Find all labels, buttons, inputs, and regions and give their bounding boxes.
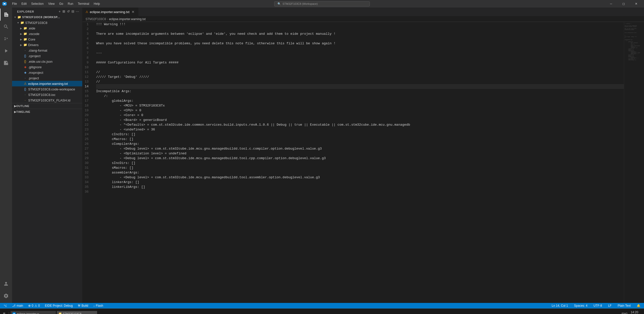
- sidebar-content: ▼ 📁 STM32F103C8 (WORKSP... ▼ 📁 STM32F103…: [12, 14, 82, 303]
- menu-file[interactable]: File: [10, 2, 19, 6]
- menu-edit[interactable]: Edit: [19, 2, 29, 6]
- workspace-file-label: STM32F103C8.code-workspace: [28, 87, 82, 91]
- close-button[interactable]: ✕: [630, 0, 642, 8]
- code-line: - <Core> = 0: [96, 113, 624, 118]
- file-clang-format[interactable]: ▶ · .clang-format: [12, 48, 82, 53]
- menu-help[interactable]: Help: [92, 2, 102, 6]
- line-number: 11: [83, 70, 91, 75]
- file-cproject[interactable]: ▶ {} .cproject: [12, 53, 82, 59]
- cursor-label: Ln 14, Col 1: [552, 304, 568, 307]
- collapse-icon[interactable]: ⊟: [71, 10, 74, 13]
- titlebar-menu: File Edit Selection View Go Run Terminal…: [10, 2, 102, 6]
- eide-project-indicator[interactable]: EIDE Project: Debug: [43, 303, 74, 308]
- active-tab[interactable]: ⚠ eclipse.importer.warning.txt ✕: [83, 8, 138, 16]
- file-project[interactable]: ▶ · .project: [12, 75, 82, 81]
- encoding-indicator[interactable]: UTF-8: [592, 303, 603, 308]
- remote-indicator[interactable]: ⌥: [2, 303, 9, 308]
- code-line: cMacros: []: [96, 137, 624, 142]
- eide-label: .eide: [28, 26, 82, 30]
- line-number: 2: [83, 27, 91, 31]
- vscode-logo-icon: [2, 1, 7, 6]
- activity-run[interactable]: [0, 45, 12, 57]
- new-file-icon[interactable]: +: [59, 10, 61, 13]
- start-button[interactable]: ⊞: [1, 311, 7, 314]
- notifications-button[interactable]: 🔔: [635, 303, 642, 308]
- folder-eide[interactable]: ▶ 📁 .eide: [12, 25, 82, 31]
- code-line: sIncDirs: []: [96, 161, 624, 165]
- new-folder-icon[interactable]: ⊞: [62, 10, 65, 13]
- folder-vscode[interactable]: ▶ 📁 .vscode: [12, 31, 82, 37]
- minimize-button[interactable]: ─: [605, 0, 617, 8]
- folder-drivers[interactable]: ▶ 📁 Drivers: [12, 42, 82, 48]
- file-mxproject[interactable]: ▶ ◈ .mxproject: [12, 70, 82, 75]
- file-eide-json[interactable]: ▶ {} .eide.usr.ctx.json: [12, 59, 82, 64]
- build-button[interactable]: ⚒ Build: [76, 303, 90, 308]
- taskbar-workspace-label: STM32F103C8: [63, 312, 82, 314]
- code-line: //: [96, 79, 624, 84]
- code-line: - <Debug level> = com.st.stm32cube.ide.m…: [96, 146, 624, 151]
- file-warning-txt[interactable]: ▶ ⚠ eclipse.importer.warning.txt: [12, 81, 82, 86]
- branch-indicator[interactable]: ⎇ main: [11, 303, 25, 308]
- timeline-header[interactable]: ▶ TIMELINE: [12, 109, 82, 115]
- eide-json-icon: {}: [23, 59, 27, 63]
- taskbar-vscode[interactable]: eclipse.importer.w...: [11, 311, 56, 314]
- menu-go[interactable]: Go: [57, 2, 65, 6]
- activity-explorer[interactable]: [0, 9, 12, 21]
- folder-root[interactable]: ▼ 📁 STM32F103C8: [12, 20, 82, 25]
- menu-selection[interactable]: Selection: [29, 2, 46, 6]
- file-gitignore[interactable]: ▶ ◈ .gitignore: [12, 64, 82, 70]
- activity-source-control[interactable]: [0, 33, 12, 45]
- file-ld[interactable]: ▶ · STM32F103C8TX_FLASH.ld: [12, 97, 82, 103]
- more-actions-icon[interactable]: ···: [76, 10, 79, 13]
- breadcrumb-file[interactable]: eclipse.importer.warning.txt: [109, 17, 145, 21]
- bell-icon: 🔔: [637, 304, 640, 307]
- flash-button[interactable]: ↓ Flash: [92, 303, 105, 308]
- menu-run[interactable]: Run: [66, 2, 75, 6]
- file-workspace[interactable]: ▶ {} STM32F103C8.code-workspace: [12, 86, 82, 92]
- activity-account[interactable]: [0, 278, 12, 290]
- refresh-icon[interactable]: ↺: [67, 10, 70, 13]
- language-indicator[interactable]: Plain Text: [616, 303, 632, 308]
- menu-view[interactable]: View: [46, 2, 57, 6]
- line-ending-indicator[interactable]: LF: [607, 303, 613, 308]
- sidebar: EXPLORER + ⊞ ↺ ⊟ ··· ▼ 📁 STM32F103C8 (WO…: [12, 8, 83, 303]
- cursor-position[interactable]: Ln 14, Col 1: [550, 303, 570, 308]
- core-folder-icon: 📁: [23, 37, 27, 41]
- line-number: 28: [83, 151, 91, 156]
- build-icon: ⚒: [78, 304, 80, 307]
- breadcrumb-sep-icon: ›: [107, 17, 108, 21]
- tab-close-button[interactable]: ✕: [131, 10, 135, 14]
- code-content[interactable]: !!! Warning !!! There are some incompati…: [93, 22, 624, 303]
- line-number: 18: [83, 103, 91, 108]
- activity-search[interactable]: [0, 21, 12, 33]
- line-number: 8: [83, 55, 91, 60]
- tab-bar: ⚠ eclipse.importer.warning.txt ✕: [83, 8, 644, 16]
- line-number: 10: [83, 65, 91, 70]
- breadcrumb-workspace[interactable]: STM32F103C8: [86, 17, 106, 21]
- errors-indicator[interactable]: ⊗ 0 ⚠ 0: [27, 303, 41, 308]
- taskbar-workspace[interactable]: 📁 STM32F103C8: [57, 311, 97, 314]
- gitignore-label: .gitignore: [28, 65, 82, 69]
- spaces-indicator[interactable]: Spaces: 4: [573, 303, 589, 308]
- folder-core[interactable]: ▶ 📁 Core: [12, 37, 82, 42]
- code-line: /:: [96, 94, 624, 98]
- language-label: Plain Text: [618, 304, 631, 307]
- line-number: 12: [83, 75, 91, 79]
- workspace-file-icon: {}: [23, 87, 27, 91]
- editor-area: ⚠ eclipse.importer.warning.txt ✕ STM32F1…: [83, 8, 644, 303]
- activity-settings[interactable]: [0, 290, 12, 302]
- error-icon: ⊗: [28, 304, 31, 307]
- status-right: Ln 14, Col 1 Spaces: 4 UTF-8 LF Plain Te…: [550, 303, 642, 308]
- line-number: 5: [83, 41, 91, 46]
- outline-header[interactable]: ▶ OUTLINE: [12, 103, 82, 109]
- search-bar[interactable]: 🔍 STM32F103C8 (Workspace): [274, 1, 370, 7]
- line-numbers: 1234567891011121314151617181920212223242…: [83, 22, 93, 303]
- editor-content[interactable]: 1234567891011121314151617181920212223242…: [83, 22, 644, 303]
- maximize-button[interactable]: ◻: [618, 0, 629, 8]
- workspace-root[interactable]: ▼ 📁 STM32F103C8 (WORKSP...: [12, 14, 82, 20]
- file-ioc[interactable]: ▶ · STM32F103C8.ioc: [12, 92, 82, 97]
- activity-extensions[interactable]: [0, 57, 12, 69]
- menu-terminal[interactable]: Terminal: [76, 2, 91, 6]
- search-icon: 🔍: [277, 2, 281, 6]
- line-number: 33: [83, 175, 91, 180]
